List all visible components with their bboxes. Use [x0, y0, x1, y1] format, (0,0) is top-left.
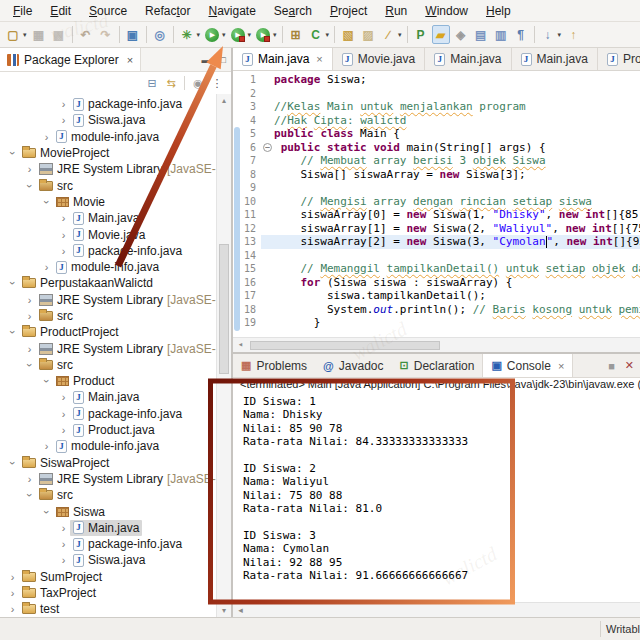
editor-hscrollbar[interactable]: ◂: [233, 337, 640, 352]
import-icon[interactable]: ↓: [539, 25, 557, 44]
view-menu-icon[interactable]: ⋮: [209, 77, 225, 90]
menu-refactor[interactable]: Refactor: [136, 2, 199, 20]
tree-item-module-info-java[interactable]: ›Jmodule-info.java: [0, 438, 231, 454]
tree-item-jre-system-library[interactable]: ›JRE System Library [JavaSE-23]: [0, 161, 231, 177]
code-editor[interactable]: 1package Siswa;23//Kelas Main untuk menj…: [233, 71, 640, 352]
open-console-icon[interactable]: ▣: [124, 25, 142, 44]
menu-source[interactable]: Source: [80, 2, 136, 20]
search-glass-icon[interactable]: ◎: [151, 25, 169, 44]
new-java-project-icon[interactable]: ⊞: [287, 25, 305, 44]
remove-launch-icon[interactable]: ✕: [625, 359, 634, 372]
editor-tab-main-java[interactable]: JMain.java×: [233, 48, 333, 70]
save-all-icon[interactable]: ▩: [50, 25, 68, 44]
chevron-down-icon[interactable]: ›: [8, 456, 18, 469]
dropdown-caret-icon[interactable]: ▾: [197, 31, 201, 39]
chevron-right-icon[interactable]: ›: [57, 555, 70, 565]
tree-item-src[interactable]: ›src: [0, 308, 231, 324]
chevron-down-icon[interactable]: ›: [8, 326, 18, 339]
menu-file[interactable]: File: [4, 2, 41, 20]
tree-item-jre-system-library[interactable]: ›JRE System Library [JavaSE-23]: [0, 471, 231, 487]
chevron-right-icon[interactable]: ›: [23, 474, 36, 484]
tree-item-jre-system-library[interactable]: ›JRE System Library [JavaSE-23]: [0, 340, 231, 356]
dropdown-caret-icon[interactable]: ▾: [326, 31, 330, 39]
menu-edit[interactable]: Edit: [41, 2, 80, 20]
maximize-icon[interactable]: □: [216, 55, 231, 65]
chevron-right-icon[interactable]: ›: [6, 588, 19, 598]
next-annotation-icon[interactable]: ◈: [452, 25, 470, 44]
chevron-right-icon[interactable]: ›: [6, 572, 19, 582]
menu-search[interactable]: Search: [265, 2, 321, 20]
chevron-right-icon[interactable]: ›: [40, 132, 53, 142]
chevron-right-icon[interactable]: ›: [40, 441, 53, 451]
tree-item-movieproject[interactable]: ›MovieProject: [0, 145, 231, 161]
save-icon[interactable]: ▦: [30, 25, 48, 44]
chevron-right-icon[interactable]: ›: [57, 539, 70, 549]
tree-item-sumproject[interactable]: ›SumProject: [0, 569, 231, 585]
tree-item-siswaproject[interactable]: ›SiswaProject: [0, 455, 231, 471]
chevron-right-icon[interactable]: ›: [57, 213, 70, 223]
coverage-icon[interactable]: ▶: [229, 25, 247, 44]
editor-tab-main-java[interactable]: JMain.java: [512, 48, 598, 70]
redo-icon[interactable]: ↷: [97, 25, 115, 44]
dropdown-caret-icon[interactable]: ▾: [222, 31, 226, 39]
scroll-down-icon[interactable]: ▾: [217, 606, 231, 615]
tree-item-package-info-java[interactable]: ›Jpackage-info.java: [0, 406, 231, 422]
tree-item-main-java[interactable]: ›JMain.java: [0, 389, 231, 405]
scrollbar-thumb[interactable]: [219, 244, 229, 374]
terminate-icon[interactable]: ■: [608, 360, 615, 372]
chevron-right-icon[interactable]: ›: [57, 392, 70, 402]
last-edit-location-icon[interactable]: ▤: [472, 25, 490, 44]
link-with-editor-icon[interactable]: ▥: [492, 25, 510, 44]
tree-item-src[interactable]: ›src: [0, 177, 231, 193]
tree-item-product[interactable]: ›Product: [0, 373, 231, 389]
chevron-down-icon[interactable]: ›: [8, 147, 18, 160]
chevron-right-icon[interactable]: ›: [57, 523, 70, 533]
tree-item-src[interactable]: ›src: [0, 357, 231, 373]
tree-item-package-info-java[interactable]: ›Jpackage-info.java: [0, 243, 231, 259]
project-tree[interactable]: ▴ ▾ ›Jpackage-info.java›JSiswa.java›Jmod…: [0, 94, 231, 617]
chevron-down-icon[interactable]: ›: [42, 505, 52, 518]
chevron-down-icon[interactable]: ›: [25, 358, 35, 371]
dropdown-caret-icon[interactable]: ▾: [248, 31, 252, 39]
chevron-right-icon[interactable]: ›: [57, 246, 70, 256]
chevron-right-icon[interactable]: ›: [57, 99, 70, 109]
open-type-icon[interactable]: ▧: [339, 25, 357, 44]
scroll-up-icon[interactable]: ▴: [217, 96, 231, 105]
tree-item-perpustakaanwalictd[interactable]: ›PerpustakaanWalictd: [0, 275, 231, 291]
chevron-right-icon[interactable]: ›: [23, 164, 36, 174]
chevron-right-icon[interactable]: ›: [57, 230, 70, 240]
tree-item-siswa-java[interactable]: ›JSiswa.java: [0, 552, 231, 568]
search-flashlight-icon[interactable]: ∕: [379, 25, 397, 44]
console-tab-problems[interactable]: ▦Problems: [233, 354, 315, 377]
console-output[interactable]: ID Siswa: 1Nama: DhiskyNilai: 85 90 78Ra…: [233, 392, 640, 602]
close-icon[interactable]: ×: [316, 53, 322, 65]
tree-item-productproject[interactable]: ›ProductProject: [0, 324, 231, 340]
undo-icon[interactable]: ↶: [77, 25, 95, 44]
link-with-editor-icon[interactable]: ⇆: [163, 77, 179, 90]
dropdown-caret-icon[interactable]: ▾: [273, 31, 277, 39]
console-tab-javadoc[interactable]: @Javadoc: [315, 354, 391, 377]
dropdown-caret-icon[interactable]: ▾: [23, 31, 27, 39]
chevron-right-icon[interactable]: ›: [57, 115, 70, 125]
console-tab-console[interactable]: ▣Console×: [482, 354, 573, 377]
dropdown-caret-icon[interactable]: ▾: [558, 31, 562, 39]
tree-item-product-java[interactable]: ›JProduct.java: [0, 422, 231, 438]
mark-occurrences-icon[interactable]: ▰: [432, 25, 450, 44]
menu-help[interactable]: Help: [477, 2, 520, 20]
tree-item-jre-system-library[interactable]: ›JRE System Library [JavaSE-23]: [0, 292, 231, 308]
profile-icon[interactable]: ▶: [254, 25, 272, 44]
menu-navigate[interactable]: Navigate: [199, 2, 264, 20]
fold-collapse-icon[interactable]: −: [263, 143, 272, 152]
menu-project[interactable]: Project: [321, 2, 376, 20]
tree-scrollbar[interactable]: ▴ ▾: [216, 94, 231, 617]
new-wizard-icon[interactable]: ▢: [4, 25, 22, 44]
close-icon[interactable]: ×: [127, 54, 133, 66]
tree-item-movie-java[interactable]: ›JMovie.java: [0, 226, 231, 242]
chevron-down-icon[interactable]: ›: [8, 277, 18, 290]
tree-item-module-info-java[interactable]: ›Jmodule-info.java: [0, 129, 231, 145]
chevron-down-icon[interactable]: ›: [42, 375, 52, 388]
chevron-down-icon[interactable]: ›: [42, 195, 52, 208]
console-hscrollbar[interactable]: ◂: [233, 602, 640, 617]
tree-item-main-java[interactable]: ›JMain.java: [0, 210, 231, 226]
open-resource-icon[interactable]: ▨: [359, 25, 377, 44]
